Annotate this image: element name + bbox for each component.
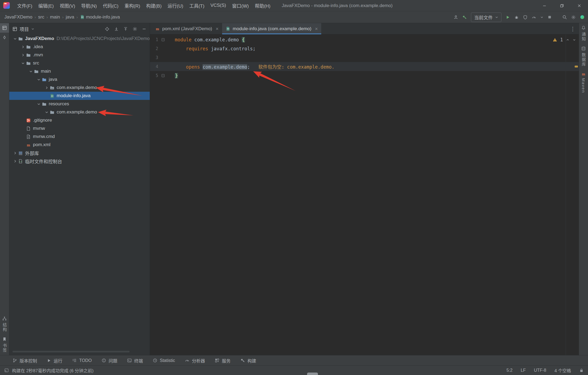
menu-item[interactable]: 视图(V): [57, 1, 78, 10]
fold-marker-icon[interactable]: [158, 38, 168, 41]
warning-stripe-mark[interactable]: [575, 66, 578, 67]
menu-item[interactable]: 重构(R): [121, 1, 143, 10]
debug-button-icon[interactable]: [514, 15, 519, 20]
tree-item[interactable]: mvnw: [9, 124, 150, 133]
chevron-down-icon[interactable]: [28, 69, 33, 73]
tool-stripe-button[interactable]: 书签: [2, 334, 7, 355]
editor-tab[interactable]: module-info.java (com.example.demo)×: [222, 23, 321, 34]
lock-icon[interactable]: [579, 368, 584, 373]
chevron-down-icon[interactable]: [540, 16, 543, 19]
tool-window-button[interactable]: 问题: [102, 357, 117, 364]
profiler-button-icon[interactable]: [532, 15, 536, 20]
tree-item[interactable]: module-info.java: [9, 92, 150, 100]
tool-stripe-button[interactable]: 结构: [2, 314, 7, 334]
menu-item[interactable]: 帮助(H): [252, 1, 274, 10]
close-button[interactable]: [571, 0, 588, 11]
chevron-down-icon[interactable]: [44, 110, 49, 114]
tree-item[interactable]: src: [9, 59, 150, 67]
chevron-right-icon[interactable]: [20, 45, 26, 49]
tree-item[interactable]: com.example.demo: [9, 108, 150, 116]
menu-item[interactable]: 代码(C): [100, 1, 122, 10]
tree-item[interactable]: 临时文件和控制台: [9, 157, 150, 165]
tool-window-button[interactable]: 运行: [47, 357, 62, 364]
chevron-down-icon[interactable]: [31, 27, 34, 30]
minimize-button[interactable]: [536, 0, 553, 11]
tree-item[interactable]: .idea: [9, 43, 150, 51]
run-button-icon[interactable]: [506, 15, 510, 20]
tree-item[interactable]: JavaFXDemoD:\IDEAProjects\JCNCProjects\J…: [9, 35, 150, 43]
project-panel-title[interactable]: 项目: [20, 26, 29, 32]
indent-setting[interactable]: 4 个空格: [555, 367, 571, 374]
tool-window-button[interactable]: 构建: [240, 357, 256, 364]
collapse-all-icon[interactable]: [123, 27, 128, 31]
coverage-button-icon[interactable]: [523, 15, 528, 20]
expand-all-icon[interactable]: [114, 27, 119, 31]
editor-tab[interactable]: mpom.xml (JavaFXDemo)×: [152, 23, 222, 34]
tool-window-button[interactable]: TODO: [72, 358, 92, 363]
breadcrumb-item[interactable]: java: [66, 14, 74, 20]
tool-window-button[interactable]: 分析器: [185, 357, 205, 364]
menu-item[interactable]: VCS(S): [207, 1, 229, 10]
chevron-down-icon[interactable]: [36, 102, 41, 106]
tool-stripe-button[interactable]: mMaven: [579, 69, 588, 96]
panel-settings-icon[interactable]: [133, 27, 137, 31]
chevron-right-icon[interactable]: [20, 53, 26, 57]
run-configuration-select[interactable]: 当前文件: [471, 13, 501, 22]
menu-item[interactable]: 构建(B): [143, 1, 165, 10]
breadcrumb-item[interactable]: src: [38, 14, 44, 20]
breadcrumb-item[interactable]: JavaFXDemo: [4, 14, 32, 20]
chevron-down-icon[interactable]: [572, 38, 576, 42]
tool-window-button[interactable]: 服务: [215, 357, 231, 364]
fold-marker-icon[interactable]: [158, 74, 168, 77]
menu-item[interactable]: 工具(T): [186, 1, 207, 10]
settings-gear-icon[interactable]: [571, 15, 576, 20]
menu-item[interactable]: 导航(N): [78, 1, 100, 10]
encoding[interactable]: UTF-8: [534, 368, 546, 373]
search-everywhere-icon[interactable]: [562, 15, 567, 20]
tool-window-button[interactable]: Statistic: [153, 358, 175, 363]
tree-item[interactable]: mpom.xml: [9, 141, 150, 149]
restore-button[interactable]: [553, 0, 571, 11]
menu-item[interactable]: 运行(U): [165, 1, 186, 10]
close-icon[interactable]: ×: [315, 26, 318, 31]
chevron-right-icon[interactable]: [12, 159, 18, 163]
tab-options-icon[interactable]: ⋮: [567, 23, 579, 34]
chevron-down-icon[interactable]: [20, 61, 26, 65]
code-with-me-icon[interactable]: [454, 15, 458, 20]
tree-item[interactable]: 外部库: [9, 149, 150, 157]
close-icon[interactable]: ×: [216, 26, 219, 31]
chevron-right-icon[interactable]: [12, 151, 18, 155]
ide-update-icon[interactable]: [580, 15, 585, 20]
tree-item[interactable]: resources: [9, 100, 150, 108]
menu-item[interactable]: 窗口(W): [229, 1, 252, 10]
line-ending[interactable]: LF: [521, 368, 526, 373]
horizontal-scrollbar[interactable]: [13, 351, 130, 352]
tree-item[interactable]: .mvn: [9, 51, 150, 59]
hide-panel-icon[interactable]: [142, 27, 146, 31]
stop-button-icon[interactable]: [547, 15, 552, 19]
chevron-down-icon[interactable]: [12, 37, 18, 41]
tool-window-button[interactable]: 终端: [127, 357, 143, 364]
menu-item[interactable]: 文件(F): [14, 1, 35, 10]
tree-item[interactable]: main: [9, 67, 150, 75]
project-tool-button[interactable]: [0, 23, 9, 33]
status-message[interactable]: 构建在 2秒87毫秒内成功完成 (6 分钟之前): [12, 367, 94, 374]
tool-window-layout-icon[interactable]: [4, 368, 9, 373]
chevron-up-icon[interactable]: [566, 38, 569, 42]
tool-window-button[interactable]: 版本控制: [13, 357, 37, 364]
menu-item[interactable]: 编辑(E): [35, 1, 57, 10]
build-hammer-icon[interactable]: [462, 15, 467, 20]
select-opened-file-icon[interactable]: [105, 27, 109, 31]
commit-tool-button[interactable]: [0, 33, 9, 42]
code-editor[interactable]: 1 1module com.example.demo {2 requires j…: [150, 35, 579, 355]
chevron-down-icon[interactable]: [36, 78, 41, 82]
breadcrumb-item[interactable]: main: [50, 14, 60, 20]
tree-item[interactable]: com.example.demo: [9, 84, 150, 92]
tool-stripe-button[interactable]: 通知: [579, 23, 588, 44]
breadcrumb-item[interactable]: module-info.java: [86, 14, 120, 20]
tree-item[interactable]: mvnw.cmd: [9, 133, 150, 141]
tree-item[interactable]: java: [9, 75, 150, 84]
tree-item[interactable]: .gitignore: [9, 116, 150, 124]
tool-stripe-button[interactable]: 数据库: [579, 44, 588, 69]
caret-position[interactable]: 5:2: [506, 368, 512, 373]
